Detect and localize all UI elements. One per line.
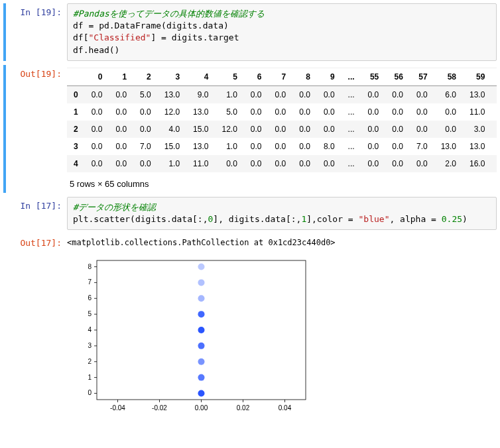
table-cell: 0.0 [410, 121, 434, 138]
table-cell: 4.0 [491, 155, 497, 172]
table-cell: 12.0 [215, 121, 243, 138]
code-input-19[interactable]: #Pandasを使ってデータの具体的数値を確認する df = pd.DataFr… [67, 3, 497, 61]
table-cell: 0.0 [133, 155, 158, 172]
table-cell: 0.0 [361, 103, 386, 121]
table-cell: 11.0 [491, 121, 497, 138]
table-row-index: 3 [67, 138, 85, 155]
table-cell: 7.0 [410, 138, 434, 155]
table-cell: 0.0 [317, 121, 342, 138]
svg-point-37 [198, 264, 205, 270]
cell-17-output-body: <matplotlib.collections.PathCollection a… [67, 234, 497, 420]
table-cell: 10.0 [491, 85, 497, 103]
table-cell: 5.0 [133, 85, 158, 103]
table-cell: 0.0 [410, 85, 434, 103]
table-col-header: 5 [215, 68, 243, 86]
table-cell: 0.0 [385, 155, 410, 172]
table-row: 10.00.00.012.013.05.00.00.00.00.0...0.00… [67, 103, 497, 121]
table-cell: 11.0 [463, 103, 491, 121]
code-input-17[interactable]: #データの形状を確認 plt.scatter(digits.data[:,0],… [67, 197, 497, 230]
svg-text:5: 5 [88, 310, 92, 317]
code-line: df[ [73, 32, 88, 42]
table-cell: 0.0 [109, 138, 133, 155]
table-cell: 0.0 [385, 138, 410, 155]
table-cell: 0.0 [410, 155, 434, 172]
table-header-row: 0123456789...555657585960616263 [67, 68, 497, 86]
table-row: 40.00.00.01.011.00.00.00.00.00.0...0.00.… [67, 155, 497, 172]
table-cell: 0.0 [244, 155, 269, 172]
table-cell: 0.0 [434, 103, 463, 121]
table-cell: 13.0 [186, 103, 215, 121]
table-cell: 0.0 [317, 85, 342, 103]
table-row-index: 4 [67, 155, 85, 172]
table-cell: 0.0 [133, 103, 158, 121]
svg-point-34 [198, 311, 205, 317]
table-cell: 0.0 [269, 138, 293, 155]
table-cell: 9.0 [186, 85, 215, 103]
table-cell: 0.0 [410, 103, 434, 121]
code-string: "Classified" [88, 32, 151, 42]
table-cell: 13.0 [434, 138, 463, 155]
code-line: plt.scatter(digits.data[:, [73, 214, 208, 224]
table-cell: 0.0 [292, 85, 317, 103]
table-cell: 5.0 [215, 103, 243, 121]
out-prompt-19: Out[19]: [9, 65, 67, 193]
table-col-header: 8 [292, 68, 317, 86]
table-cell: 0.0 [109, 85, 133, 103]
table-col-header: 58 [434, 68, 463, 86]
in-prompt-19: In [19]: [9, 3, 67, 61]
table-cell: 0.0 [361, 138, 386, 155]
table-cell: 1.0 [215, 85, 243, 103]
svg-point-30 [198, 374, 205, 381]
table-cell: 0.0 [292, 138, 317, 155]
svg-text:-0.02: -0.02 [152, 404, 167, 412]
table-col-header: 9 [317, 68, 342, 86]
table-cell: 0.0 [269, 103, 293, 121]
table-cell: 0.0 [109, 103, 133, 121]
table-cell: 16.0 [491, 103, 497, 121]
code-line: ] = digits.target [151, 32, 239, 42]
svg-point-29 [198, 390, 205, 397]
svg-text:4: 4 [88, 326, 92, 333]
table-cell: ... [342, 121, 361, 138]
table-cell: 9.0 [491, 138, 497, 155]
svg-text:-0.04: -0.04 [110, 404, 125, 412]
table-cell: 0.0 [317, 103, 342, 121]
table-cell: 16.0 [463, 155, 491, 172]
output-repr: <matplotlib.collections.PathCollection a… [67, 234, 497, 251]
table-row: 00.00.05.013.09.01.00.00.00.00.0...0.00.… [67, 85, 497, 103]
svg-point-31 [198, 359, 205, 365]
dataframe-scroll[interactable]: 0123456789...555657585960616263 00.00.05… [67, 68, 497, 172]
table-cell: 0.0 [215, 155, 243, 172]
table-cell: 0.0 [85, 85, 109, 103]
table-cell: 15.0 [158, 138, 186, 155]
table-col-header: 60 [491, 68, 497, 86]
code-line: df = pd.DataFrame(digits.data) [73, 21, 229, 30]
dataframe-table: 0123456789...555657585960616263 00.00.05… [67, 68, 497, 172]
table-cell: 0.0 [292, 155, 317, 172]
table-cell: 8.0 [317, 138, 342, 155]
table-cell: 0.0 [244, 121, 269, 138]
cell-19-body: #Pandasを使ってデータの具体的数値を確認する df = pd.DataFr… [67, 3, 497, 61]
table-cell: 7.0 [133, 138, 158, 155]
svg-point-35 [198, 295, 205, 302]
table-cell: 2.0 [434, 155, 463, 172]
table-cell: 13.0 [158, 85, 186, 103]
svg-text:0: 0 [88, 390, 92, 397]
code-line: df.head() [73, 45, 119, 55]
svg-point-36 [198, 280, 205, 286]
table-cell: 11.0 [186, 155, 215, 172]
table-cell: 0.0 [385, 85, 410, 103]
table-cell: 0.0 [292, 103, 317, 121]
table-cell: 0.0 [85, 138, 109, 155]
table-cell: 12.0 [158, 103, 186, 121]
table-cell: 13.0 [463, 85, 491, 103]
table-row-index: 0 [67, 85, 85, 103]
code-string: "blue" [359, 214, 390, 224]
code-comment: #Pandasを使ってデータの具体的数値を確認する [73, 9, 265, 19]
table-cell: ... [342, 103, 361, 121]
table-cell: 0.0 [385, 103, 410, 121]
table-cell: ... [342, 155, 361, 172]
table-cell: 0.0 [85, 121, 109, 138]
cell-17-output: Out[17]: <matplotlib.collections.PathCol… [3, 234, 497, 420]
table-col-header: 0 [85, 68, 109, 86]
